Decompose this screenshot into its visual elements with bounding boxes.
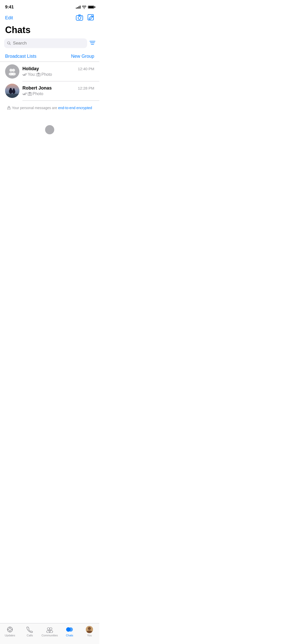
encryption-text: Your personal messages are end-to-end en… xyxy=(12,106,92,110)
svg-point-10 xyxy=(12,69,15,72)
chat-preview-holiday: You: Photo xyxy=(22,72,94,77)
chat-preview-text-holiday: You: xyxy=(28,72,36,77)
lock-icon xyxy=(7,106,10,110)
camera-button[interactable] xyxy=(76,14,83,22)
svg-point-12 xyxy=(11,72,16,76)
broadcast-lists-button[interactable]: Broadcast Lists xyxy=(5,54,36,59)
chat-item-holiday[interactable]: Holiday 12:40 PM You: Photo xyxy=(0,62,99,81)
action-row: Broadcast Lists New Group xyxy=(0,52,99,62)
edit-button[interactable]: Edit xyxy=(5,15,13,21)
svg-point-3 xyxy=(81,16,82,17)
svg-rect-4 xyxy=(88,14,93,20)
chat-time-robert: 12:28 PM xyxy=(78,86,94,90)
chat-avatar-robert xyxy=(5,84,19,98)
search-input[interactable] xyxy=(13,41,84,46)
status-time: 9:41 xyxy=(5,5,14,10)
compose-button[interactable] xyxy=(88,14,94,22)
double-checkmark-icon-robert xyxy=(22,92,27,95)
chat-avatar-holiday xyxy=(5,64,19,79)
search-icon xyxy=(7,41,11,45)
top-nav: Edit xyxy=(0,13,99,24)
robert-avatar-photo xyxy=(5,84,19,98)
chat-name-holiday: Holiday xyxy=(22,66,39,71)
filter-button[interactable] xyxy=(90,40,95,46)
svg-point-26 xyxy=(8,108,9,109)
battery-icon xyxy=(88,6,94,9)
chat-name-robert: Robert Jonas xyxy=(22,85,52,91)
scroll-indicator xyxy=(0,115,99,144)
wifi-icon xyxy=(82,6,86,9)
chat-header-row-robert: Robert Jonas 12:28 PM xyxy=(22,85,94,91)
search-bar[interactable] xyxy=(4,38,87,48)
svg-point-23 xyxy=(29,93,31,95)
svg-point-20 xyxy=(13,89,15,90)
scroll-dot xyxy=(45,125,54,134)
chat-preview-media-holiday: Photo xyxy=(41,72,52,77)
page-title-container: Chats xyxy=(0,24,99,38)
top-nav-icons xyxy=(76,14,94,22)
svg-point-18 xyxy=(10,88,12,90)
svg-point-1 xyxy=(78,17,81,19)
status-bar: 9:41 xyxy=(0,0,99,13)
chat-content-holiday: Holiday 12:40 PM You: Photo xyxy=(22,66,94,77)
signal-icon xyxy=(76,6,80,9)
svg-rect-21 xyxy=(5,94,19,98)
camera-small-icon-robert xyxy=(28,92,32,96)
chat-preview-robert: Photo xyxy=(22,92,94,96)
chat-item-robert[interactable]: Robert Jonas 12:28 PM Photo xyxy=(0,81,99,100)
svg-point-14 xyxy=(38,74,39,76)
chat-content-robert: Robert Jonas 12:28 PM Photo xyxy=(22,85,94,96)
camera-icon xyxy=(76,14,83,21)
chat-header-row: Holiday 12:40 PM xyxy=(22,66,94,71)
compose-icon xyxy=(88,14,94,21)
filter-icon xyxy=(90,40,95,45)
encryption-notice: Your personal messages are end-to-end en… xyxy=(0,101,99,115)
camera-small-icon xyxy=(36,73,40,76)
page-title: Chats xyxy=(5,25,94,35)
double-checkmark-icon xyxy=(22,73,27,76)
new-group-button[interactable]: New Group xyxy=(71,54,94,59)
chat-list: Holiday 12:40 PM You: Photo xyxy=(0,62,99,101)
status-icons xyxy=(76,6,94,9)
search-bar-row xyxy=(0,38,99,52)
svg-rect-0 xyxy=(76,16,83,20)
chat-preview-media-robert: Photo xyxy=(33,92,43,96)
encryption-link[interactable]: end-to-end encrypted xyxy=(58,106,92,110)
group-avatar-icon xyxy=(5,64,19,79)
chat-time-holiday: 12:40 PM xyxy=(78,67,94,71)
